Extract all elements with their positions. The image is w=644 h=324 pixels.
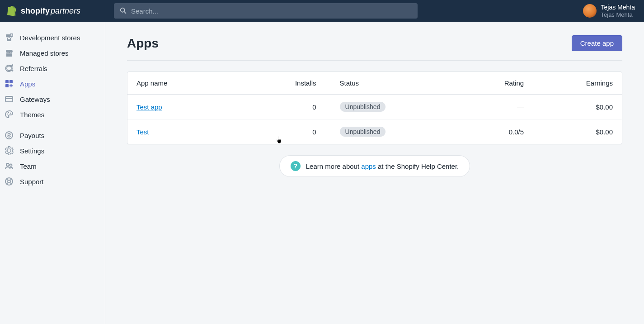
apps-icon xyxy=(5,79,14,88)
sidebar-item-label: Apps xyxy=(20,80,35,88)
managed-stores-icon xyxy=(5,48,14,57)
apps-table: App name Installs Status Rating Earnings… xyxy=(127,72,622,144)
cell-rating: — xyxy=(464,95,533,119)
sidebar-item-referrals[interactable]: Referrals xyxy=(0,61,105,76)
app-name-link[interactable]: Test xyxy=(136,128,149,136)
referrals-icon xyxy=(5,64,14,73)
sidebar-item-payouts[interactable]: Payouts xyxy=(0,128,105,143)
search-wrapper xyxy=(114,3,418,19)
sidebar-item-label: Themes xyxy=(20,111,44,119)
svg-rect-3 xyxy=(5,84,9,87)
svg-rect-5 xyxy=(5,98,13,99)
cell-installs: 0 xyxy=(286,119,325,144)
status-badge: Unpublished xyxy=(340,127,386,137)
svg-point-11 xyxy=(10,164,12,167)
cell-status: Unpublished xyxy=(325,119,464,144)
cell-earnings: $0.00 xyxy=(533,119,622,144)
user-name-primary: Tejas Mehta xyxy=(601,4,635,11)
payouts-icon xyxy=(5,131,14,140)
col-installs: Installs xyxy=(286,72,325,95)
svg-point-13 xyxy=(8,180,10,183)
status-badge: Unpublished xyxy=(340,102,386,112)
user-names: Tejas Mehta Tejas Mehta xyxy=(601,4,635,18)
sidebar-item-label: Payouts xyxy=(20,132,44,139)
sidebar-item-development-stores[interactable]: Development stores xyxy=(0,30,105,45)
cell-earnings: $0.00 xyxy=(533,95,622,119)
sidebar-item-support[interactable]: Support xyxy=(0,174,105,189)
sidebar-item-label: Gateways xyxy=(20,95,50,103)
brand-text: shopifypartners xyxy=(21,6,80,16)
svg-point-7 xyxy=(8,112,9,113)
themes-icon xyxy=(5,110,14,119)
help-text: Learn more about apps at the Shopify Hel… xyxy=(306,162,459,170)
help-icon: ? xyxy=(291,161,301,171)
svg-point-10 xyxy=(6,163,9,166)
cell-installs: 0 xyxy=(286,95,325,119)
svg-point-6 xyxy=(7,114,8,114)
table-row: Test0Unpublished0.0/5$0.00 xyxy=(127,119,622,144)
topbar: shopifypartners Tejas Mehta Tejas Mehta xyxy=(0,0,644,22)
search-icon xyxy=(119,7,127,15)
sidebar-item-label: Support xyxy=(20,178,44,186)
sidebar-item-settings[interactable]: Settings xyxy=(0,143,105,158)
table-header-row: App name Installs Status Rating Earnings xyxy=(127,72,622,95)
sidebar-item-label: Managed stores xyxy=(20,49,69,57)
support-icon xyxy=(5,177,14,186)
sidebar-item-themes[interactable]: Themes xyxy=(0,107,105,122)
gateways-icon xyxy=(5,95,14,104)
help-apps-link[interactable]: apps xyxy=(361,162,376,170)
search-box[interactable] xyxy=(114,3,418,19)
col-status: Status xyxy=(325,72,464,95)
svg-point-8 xyxy=(10,113,11,114)
cell-rating: 0.0/5 xyxy=(464,119,533,144)
page-header: Apps Create app xyxy=(127,35,622,61)
sidebar-item-gateways[interactable]: Gateways xyxy=(0,91,105,107)
col-earnings: Earnings xyxy=(533,72,622,95)
sidebar-item-label: Settings xyxy=(20,147,44,155)
app-name-link[interactable]: Test app xyxy=(136,103,162,111)
main-content: Apps Create app App name Installs Status… xyxy=(105,22,644,324)
sidebar-item-label: Team xyxy=(20,162,37,170)
sidebar-item-label: Development stores xyxy=(20,34,80,42)
help-callout: ? Learn more about apps at the Shopify H… xyxy=(279,155,470,177)
team-icon xyxy=(5,162,14,171)
sidebar-item-label: Referrals xyxy=(20,65,47,72)
search-input[interactable] xyxy=(131,7,412,15)
sidebar-item-team[interactable]: Team xyxy=(0,158,105,174)
cell-status: Unpublished xyxy=(325,95,464,119)
sidebar-item-apps[interactable]: Apps xyxy=(0,76,105,91)
sidebar-item-managed-stores[interactable]: Managed stores xyxy=(0,45,105,61)
user-menu[interactable]: Tejas Mehta Tejas Mehta xyxy=(583,4,640,18)
table-row: Test app0Unpublished—$0.00 xyxy=(127,95,622,119)
create-app-button[interactable]: Create app xyxy=(572,35,622,51)
settings-icon xyxy=(5,146,14,155)
apps-table-card: App name Installs Status Rating Earnings… xyxy=(127,71,622,144)
sidebar: Development storesManaged storesReferral… xyxy=(0,22,105,324)
col-app-name: App name xyxy=(127,72,286,95)
brand-logo[interactable]: shopifypartners xyxy=(4,5,114,16)
svg-rect-2 xyxy=(9,80,13,83)
svg-rect-1 xyxy=(5,80,9,83)
user-name-secondary: Tejas Mehta xyxy=(601,11,635,19)
col-rating: Rating xyxy=(464,72,533,95)
shopify-bag-icon xyxy=(6,5,17,16)
page-title: Apps xyxy=(127,36,159,51)
avatar xyxy=(583,4,597,18)
dev-stores-icon xyxy=(5,33,14,42)
